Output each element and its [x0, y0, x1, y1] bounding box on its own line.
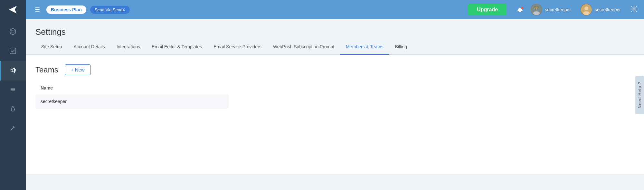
- sidebar: [0, 0, 26, 190]
- sidebar-item-check[interactable]: [0, 42, 26, 61]
- user2-name: secretkeeper: [595, 7, 621, 12]
- tab-account-details[interactable]: Account Details: [68, 40, 111, 55]
- plan-badge: Business Plan: [46, 5, 86, 14]
- drop-icon: [9, 105, 16, 114]
- check-icon: [9, 47, 16, 56]
- svg-point-23: [633, 8, 635, 10]
- svg-point-2: [13, 30, 14, 31]
- new-team-button[interactable]: + New: [65, 64, 91, 75]
- user2-info[interactable]: secretkeeper: [581, 4, 621, 15]
- wand-icon: [9, 125, 16, 133]
- main-content: Teams + New Name secretkeeper: [26, 55, 644, 174]
- megaphone-icon: [10, 67, 17, 75]
- topnav: ☰ Business Plan Send Via SendX Upgrade: [26, 0, 644, 19]
- sidebar-item-palette[interactable]: [0, 23, 26, 42]
- sidebar-navigation: [0, 23, 26, 138]
- page-title: Settings: [35, 27, 634, 37]
- svg-point-22: [583, 11, 590, 15]
- svg-rect-12: [520, 7, 520, 8]
- sidebar-item-megaphone[interactable]: [0, 61, 26, 81]
- sidebar-item-drop[interactable]: [0, 100, 26, 119]
- send-via-sendx-button[interactable]: Send Via SendX: [90, 6, 130, 14]
- content-area: Settings Site Setup Account Details Inte…: [26, 19, 644, 190]
- svg-point-0: [10, 29, 16, 34]
- avatar-user2: [581, 4, 592, 15]
- tab-site-setup[interactable]: Site Setup: [35, 40, 68, 55]
- palette-icon: [9, 28, 16, 37]
- tab-webpush[interactable]: WebPush Subscription Prompt: [267, 40, 340, 55]
- settings-gear-button[interactable]: [630, 5, 638, 14]
- svg-point-3: [14, 30, 15, 31]
- main-wrapper: ☰ Business Plan Send Via SendX Upgrade: [26, 0, 644, 190]
- svg-point-16: [533, 11, 540, 15]
- table-row: secretkeeper: [35, 94, 229, 109]
- svg-line-8: [11, 127, 14, 130]
- avatar-user1: [531, 4, 542, 15]
- user1-name: secretkeeper: [545, 7, 571, 12]
- svg-point-21: [584, 6, 588, 10]
- upgrade-button[interactable]: Upgrade: [468, 4, 507, 15]
- teams-header: Teams + New: [35, 64, 634, 75]
- sidebar-logo[interactable]: [0, 0, 26, 19]
- tab-integrations[interactable]: Integrations: [111, 40, 146, 55]
- svg-point-13: [521, 7, 523, 9]
- tab-members-teams[interactable]: Members & Teams: [340, 40, 389, 55]
- tabs-bar: Site Setup Account Details Integrations …: [26, 40, 644, 55]
- teams-title: Teams: [35, 65, 58, 74]
- svg-point-1: [11, 30, 12, 31]
- tab-billing[interactable]: Billing: [389, 40, 413, 55]
- topnav-icons: secretkeeper secretkeeper: [516, 4, 638, 15]
- sidebar-item-list[interactable]: [0, 81, 26, 100]
- team-name: secretkeeper: [41, 99, 67, 104]
- svg-rect-4: [10, 48, 16, 54]
- menu-toggle-button[interactable]: ☰: [32, 5, 43, 14]
- page-header: Settings: [26, 19, 644, 37]
- sidebar-item-wand[interactable]: [0, 119, 26, 138]
- table-column-name: Name: [35, 83, 634, 93]
- user1-info[interactable]: secretkeeper: [531, 4, 571, 15]
- svg-rect-19: [534, 6, 539, 9]
- tab-email-editor[interactable]: Email Editor & Templates: [146, 40, 208, 55]
- tab-email-service[interactable]: Email Service Providers: [208, 40, 267, 55]
- list-icon: [9, 86, 16, 95]
- notifications-button[interactable]: [516, 5, 524, 14]
- need-help-button[interactable]: Need Help ?: [635, 76, 644, 114]
